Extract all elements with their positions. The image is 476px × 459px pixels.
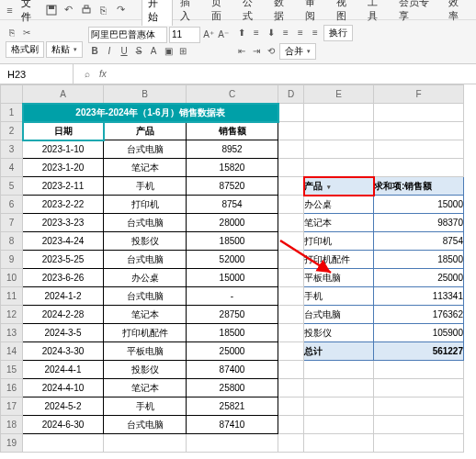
data-cell[interactable]: 2024-3-30 (23, 342, 104, 361)
empty-cell[interactable] (374, 104, 464, 122)
empty-cell[interactable] (278, 434, 304, 453)
merge-button[interactable]: 合并▾ (279, 43, 316, 60)
data-cell[interactable]: 2023-1-20 (23, 159, 104, 177)
data-cell[interactable]: 2023-3-23 (23, 214, 104, 232)
row-header[interactable]: 2 (1, 122, 23, 140)
empty-cell[interactable] (304, 140, 374, 159)
data-cell[interactable]: 18500 (187, 232, 278, 251)
empty-cell[interactable] (374, 140, 464, 159)
data-cell[interactable]: - (187, 287, 278, 306)
data-cell[interactable]: 15820 (187, 159, 278, 177)
format-painter-button[interactable]: 格式刷 (6, 41, 44, 58)
empty-cell[interactable] (374, 379, 464, 397)
row-header[interactable]: 12 (1, 306, 23, 324)
row-header[interactable]: 6 (1, 196, 23, 214)
data-cell[interactable]: 笔记本 (104, 379, 187, 397)
indent-right-icon[interactable]: ⇥ (250, 45, 263, 58)
row-header[interactable]: 11 (1, 287, 23, 306)
paste-button[interactable]: 粘贴▾ (46, 41, 83, 58)
table-header[interactable]: 产品 (104, 122, 187, 140)
data-cell[interactable]: 笔记本 (104, 306, 187, 324)
row-header[interactable]: 13 (1, 324, 23, 342)
border-icon[interactable]: ⊞ (176, 45, 189, 58)
tab-tools[interactable]: 工具 (362, 0, 391, 26)
pivot-row-label[interactable]: 打印机配件 (304, 251, 374, 269)
empty-cell[interactable] (304, 104, 374, 122)
copy-icon[interactable]: ⎘ (6, 27, 18, 39)
data-cell[interactable]: 台式电脑 (104, 214, 187, 232)
row-header[interactable]: 3 (1, 140, 23, 159)
data-cell[interactable]: 2023-5-25 (23, 251, 104, 269)
empty-cell[interactable] (278, 306, 304, 324)
data-cell[interactable]: 52000 (187, 251, 278, 269)
spreadsheet-grid[interactable]: A B C D E F 12023年-2024年（1-6月）销售数据表2日期产品… (0, 84, 464, 453)
undo-icon[interactable]: ↶ (62, 4, 74, 17)
data-cell[interactable]: 87520 (187, 177, 278, 196)
pivot-row-label[interactable]: 笔记本 (304, 214, 374, 232)
data-cell[interactable]: 手机 (104, 397, 187, 416)
empty-cell[interactable] (278, 269, 304, 287)
data-cell[interactable]: 25821 (187, 397, 278, 416)
search-icon[interactable]: ⌕ (81, 68, 94, 81)
pivot-row-value[interactable]: 18500 (374, 251, 464, 269)
empty-cell[interactable] (374, 416, 464, 434)
indent-left-icon[interactable]: ⇤ (235, 45, 248, 58)
row-header[interactable]: 4 (1, 159, 23, 177)
col-header[interactable]: A (23, 85, 104, 104)
font-color-icon[interactable]: A (147, 45, 160, 58)
row-header[interactable]: 5 (1, 177, 23, 196)
pivot-row-value[interactable]: 105900 (374, 324, 464, 342)
row-header[interactable]: 8 (1, 232, 23, 251)
data-cell[interactable]: 2024-3-5 (23, 324, 104, 342)
wrap-button[interactable]: 换行 (323, 25, 353, 41)
data-cell[interactable]: 2024-5-2 (23, 397, 104, 416)
font-size-select[interactable] (169, 27, 200, 43)
data-cell[interactable]: 2023-2-22 (23, 196, 104, 214)
pivot-row-label[interactable]: 台式电脑 (304, 306, 374, 324)
data-cell[interactable]: 2024-2-28 (23, 306, 104, 324)
orientation-icon[interactable]: ⟲ (265, 45, 278, 58)
empty-cell[interactable] (374, 122, 464, 140)
bold-icon[interactable]: B (88, 45, 101, 58)
data-cell[interactable]: 2023-6-26 (23, 269, 104, 287)
italic-icon[interactable]: I (103, 45, 116, 58)
data-cell[interactable]: 15000 (187, 269, 278, 287)
row-header[interactable]: 1 (1, 104, 23, 122)
data-cell[interactable]: 87410 (187, 416, 278, 434)
save-icon[interactable] (45, 4, 57, 17)
row-header[interactable]: 14 (1, 342, 23, 361)
empty-cell[interactable] (278, 379, 304, 397)
empty-cell[interactable] (304, 379, 374, 397)
pivot-total-value[interactable]: 561227 (374, 342, 464, 361)
font-family-select[interactable] (88, 27, 167, 43)
empty-cell[interactable] (304, 159, 374, 177)
row-header[interactable]: 16 (1, 379, 23, 397)
empty-cell[interactable] (278, 232, 304, 251)
row-header[interactable]: 7 (1, 214, 23, 232)
empty-cell[interactable] (304, 361, 374, 379)
tab-efficiency[interactable]: 效率 (443, 0, 472, 26)
empty-cell[interactable] (278, 287, 304, 306)
empty-cell[interactable] (304, 434, 374, 453)
empty-cell[interactable] (278, 214, 304, 232)
empty-cell[interactable] (304, 416, 374, 434)
data-cell[interactable]: 8952 (187, 140, 278, 159)
data-cell[interactable]: 8754 (187, 196, 278, 214)
empty-cell[interactable] (374, 159, 464, 177)
cut-icon[interactable]: ✂ (20, 27, 33, 39)
increase-font-icon[interactable]: A⁺ (202, 28, 215, 41)
data-cell[interactable]: 投影仪 (104, 232, 187, 251)
data-cell[interactable]: 2024-4-10 (23, 379, 104, 397)
data-cell[interactable]: 25000 (187, 342, 278, 361)
pivot-row-value[interactable]: 8754 (374, 232, 464, 251)
empty-cell[interactable] (374, 397, 464, 416)
table-header[interactable]: 销售额 (187, 122, 278, 140)
row-header[interactable]: 17 (1, 397, 23, 416)
pivot-total-label[interactable]: 总计 (304, 342, 374, 361)
data-cell[interactable]: 2023-1-10 (23, 140, 104, 159)
data-cell[interactable]: 28000 (187, 214, 278, 232)
data-cell[interactable]: 打印机配件 (104, 324, 187, 342)
decrease-font-icon[interactable]: A⁻ (217, 28, 230, 41)
strike-icon[interactable]: S (132, 45, 145, 58)
data-cell[interactable]: 台式电脑 (104, 140, 187, 159)
